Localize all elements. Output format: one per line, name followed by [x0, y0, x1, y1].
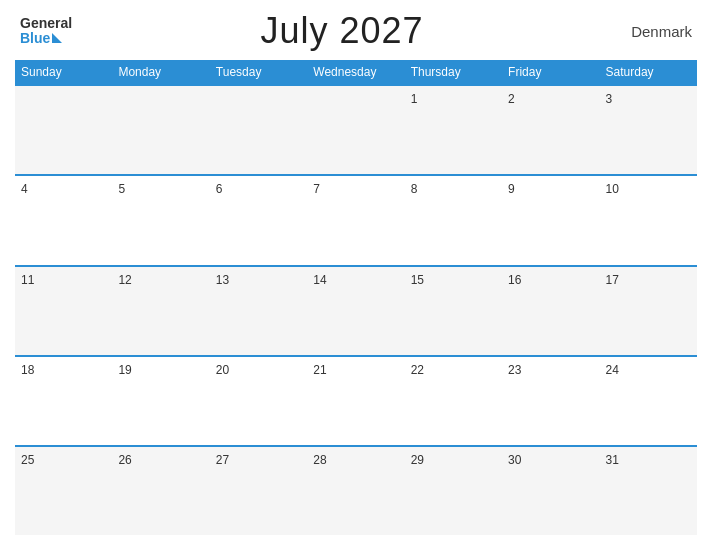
weekday-header-row: Sunday Monday Tuesday Wednesday Thursday…: [15, 60, 697, 85]
calendar-week-row: 25262728293031: [15, 446, 697, 535]
calendar-day-cell: [112, 85, 209, 175]
calendar-body: 1234567891011121314151617181920212223242…: [15, 85, 697, 535]
calendar-wrapper: General Blue July 2027 Denmark Sunday Mo…: [0, 0, 712, 550]
calendar-table: Sunday Monday Tuesday Wednesday Thursday…: [15, 60, 697, 535]
calendar-header: General Blue July 2027 Denmark: [15, 10, 697, 52]
calendar-day-cell: 28: [307, 446, 404, 535]
calendar-week-row: 45678910: [15, 175, 697, 265]
calendar-day-cell: 8: [405, 175, 502, 265]
calendar-day-cell: 9: [502, 175, 599, 265]
calendar-week-row: 11121314151617: [15, 266, 697, 356]
calendar-day-cell: [15, 85, 112, 175]
logo-general: General: [20, 16, 72, 31]
calendar-day-cell: 1: [405, 85, 502, 175]
header-thursday: Thursday: [405, 60, 502, 85]
country-label: Denmark: [612, 23, 692, 40]
calendar-day-cell: 2: [502, 85, 599, 175]
header-tuesday: Tuesday: [210, 60, 307, 85]
calendar-day-cell: 16: [502, 266, 599, 356]
calendar-thead: Sunday Monday Tuesday Wednesday Thursday…: [15, 60, 697, 85]
calendar-day-cell: 7: [307, 175, 404, 265]
calendar-day-cell: 15: [405, 266, 502, 356]
header-monday: Monday: [112, 60, 209, 85]
calendar-day-cell: [210, 85, 307, 175]
header-wednesday: Wednesday: [307, 60, 404, 85]
header-sunday: Sunday: [15, 60, 112, 85]
calendar-week-row: 123: [15, 85, 697, 175]
calendar-day-cell: 3: [600, 85, 697, 175]
calendar-day-cell: 22: [405, 356, 502, 446]
calendar-day-cell: 20: [210, 356, 307, 446]
calendar-day-cell: 17: [600, 266, 697, 356]
calendar-day-cell: 12: [112, 266, 209, 356]
header-saturday: Saturday: [600, 60, 697, 85]
calendar-day-cell: 5: [112, 175, 209, 265]
calendar-title: July 2027: [72, 10, 612, 52]
calendar-day-cell: 25: [15, 446, 112, 535]
logo: General Blue: [20, 16, 72, 47]
calendar-day-cell: [307, 85, 404, 175]
calendar-day-cell: 4: [15, 175, 112, 265]
calendar-day-cell: 11: [15, 266, 112, 356]
logo-triangle-icon: [52, 33, 62, 43]
calendar-day-cell: 31: [600, 446, 697, 535]
calendar-day-cell: 13: [210, 266, 307, 356]
calendar-week-row: 18192021222324: [15, 356, 697, 446]
header-friday: Friday: [502, 60, 599, 85]
calendar-day-cell: 18: [15, 356, 112, 446]
calendar-day-cell: 23: [502, 356, 599, 446]
logo-blue: Blue: [20, 31, 50, 46]
calendar-day-cell: 26: [112, 446, 209, 535]
calendar-day-cell: 6: [210, 175, 307, 265]
calendar-day-cell: 10: [600, 175, 697, 265]
calendar-day-cell: 19: [112, 356, 209, 446]
calendar-day-cell: 24: [600, 356, 697, 446]
calendar-day-cell: 14: [307, 266, 404, 356]
calendar-day-cell: 30: [502, 446, 599, 535]
calendar-day-cell: 21: [307, 356, 404, 446]
calendar-day-cell: 29: [405, 446, 502, 535]
logo-text: General Blue: [20, 16, 72, 47]
calendar-day-cell: 27: [210, 446, 307, 535]
